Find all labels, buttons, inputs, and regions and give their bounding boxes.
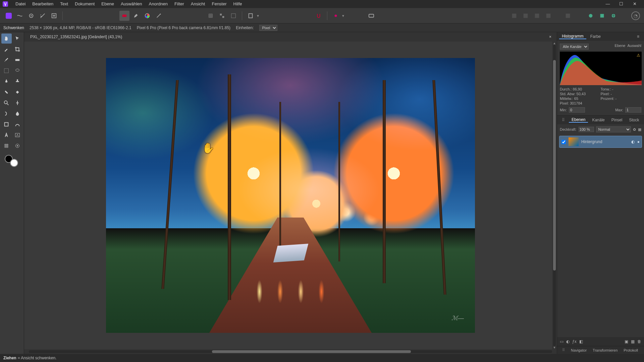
persona-photo-icon[interactable] bbox=[4, 11, 13, 20]
units-select[interactable]: Pixel bbox=[259, 25, 277, 31]
move-tool[interactable] bbox=[12, 34, 23, 44]
fx-icon[interactable]: ƒx bbox=[572, 339, 577, 344]
tab-kanaele[interactable]: Kanäle bbox=[589, 118, 607, 122]
target-tool[interactable] bbox=[12, 141, 23, 151]
canvas-viewport[interactable]: ℳ— ✋ bbox=[24, 42, 557, 349]
delete-layer-icon[interactable]: 🗑 bbox=[637, 339, 641, 344]
sync-icon[interactable] bbox=[586, 11, 596, 21]
maximize-button[interactable]: ☐ bbox=[614, 0, 628, 8]
tab-stock[interactable]: Stock bbox=[626, 118, 642, 122]
grid-icon[interactable] bbox=[206, 11, 216, 21]
min-input[interactable] bbox=[569, 107, 585, 113]
adjust-icon[interactable]: ◐ bbox=[566, 339, 570, 344]
menu-fenster[interactable]: Fenster bbox=[208, 0, 230, 8]
persona-liquify-icon[interactable] bbox=[15, 11, 25, 21]
panel-drag-icon-2[interactable]: ⠿ bbox=[560, 348, 567, 352]
menu-text[interactable]: Text bbox=[57, 0, 71, 8]
channel-select[interactable]: Alle Kanäle bbox=[560, 44, 589, 50]
menu-filter[interactable]: Filter bbox=[171, 0, 187, 8]
tab-farbe[interactable]: Farbe bbox=[588, 34, 603, 39]
brush-tool[interactable] bbox=[1, 55, 12, 65]
shape-tool[interactable] bbox=[1, 119, 12, 129]
burn-tool[interactable] bbox=[12, 98, 23, 108]
edit-icon[interactable] bbox=[131, 11, 141, 21]
vector-tool[interactable] bbox=[12, 119, 23, 129]
group-icon[interactable]: ▣ bbox=[625, 339, 628, 344]
menu-anordnen[interactable]: Anordnen bbox=[146, 0, 171, 8]
clip-icon[interactable]: ◧ bbox=[579, 339, 583, 344]
tab-protokoll[interactable]: Protokoll bbox=[621, 348, 640, 352]
crop-tool[interactable] bbox=[12, 44, 23, 54]
frame-text-tool[interactable] bbox=[12, 130, 23, 140]
tab-close-button[interactable]: × bbox=[546, 35, 554, 39]
chevron-down-icon-2[interactable]: ▾ bbox=[342, 13, 344, 18]
account-icon[interactable]: ◔ bbox=[631, 11, 640, 20]
menu-ebene[interactable]: Ebene bbox=[98, 0, 117, 8]
layer-visible-checkbox[interactable] bbox=[561, 140, 566, 144]
layer-lock-small-icon[interactable]: ● bbox=[637, 139, 640, 144]
toggle-auswahl[interactable]: Auswahl bbox=[627, 44, 641, 48]
color-swatch[interactable] bbox=[1, 154, 22, 167]
color-picker-tool[interactable] bbox=[1, 44, 12, 54]
blur-tool[interactable] bbox=[12, 109, 23, 119]
mesh-tool[interactable] bbox=[1, 141, 12, 151]
close-window-button[interactable]: ✕ bbox=[628, 0, 641, 8]
menu-bearbeiten[interactable]: Bearbeiten bbox=[29, 0, 57, 8]
opacity-input[interactable] bbox=[579, 127, 594, 132]
tab-navigator[interactable]: Navigator bbox=[569, 348, 589, 352]
fill-tool[interactable] bbox=[12, 87, 23, 97]
persona-export-icon[interactable] bbox=[49, 11, 59, 21]
text-tool[interactable] bbox=[1, 130, 12, 140]
settings-icon[interactable]: ✿ bbox=[633, 127, 636, 132]
tab-transformieren[interactable]: Transformieren bbox=[590, 348, 620, 352]
max-input[interactable] bbox=[625, 107, 641, 113]
hand-tool[interactable] bbox=[1, 34, 12, 44]
grid2-icon[interactable] bbox=[217, 11, 227, 21]
bottom-menu-icon[interactable]: ≡ bbox=[642, 348, 644, 352]
layer-name[interactable]: Hintergrund bbox=[581, 139, 602, 144]
preview-icon[interactable] bbox=[366, 11, 376, 21]
menu-auswaehlen[interactable]: Auswählen bbox=[117, 0, 146, 8]
layer-row[interactable]: Hintergrund ◐ ● bbox=[559, 136, 642, 148]
minimize-button[interactable]: — bbox=[601, 0, 614, 8]
cloud-icon[interactable] bbox=[597, 11, 607, 21]
menu-hilfe[interactable]: Hilfe bbox=[230, 0, 246, 8]
chevron-down-icon[interactable]: ▾ bbox=[257, 13, 259, 18]
heal-tool[interactable] bbox=[1, 87, 12, 97]
lock-icon[interactable]: ▦ bbox=[638, 127, 641, 132]
menu-ansicht[interactable]: Ansicht bbox=[187, 0, 209, 8]
share-icon[interactable] bbox=[608, 11, 619, 21]
snap-icon[interactable] bbox=[314, 11, 324, 21]
image-canvas[interactable]: ℳ— bbox=[106, 58, 475, 333]
persona-tone-icon[interactable] bbox=[38, 11, 48, 21]
tab-ebenen[interactable]: Ebenen bbox=[569, 117, 588, 123]
align-icon[interactable] bbox=[331, 11, 341, 21]
panel-menu-icon[interactable]: ≡ bbox=[634, 34, 642, 39]
add-layer-icon[interactable]: ▦ bbox=[631, 339, 635, 344]
blend-select[interactable]: Normal bbox=[596, 126, 631, 132]
mask-icon[interactable]: ▭ bbox=[560, 339, 564, 344]
menu-dokument[interactable]: Dokument bbox=[71, 0, 98, 8]
tab-histogramm[interactable]: Histogramm bbox=[559, 34, 586, 39]
layer-link-icon[interactable]: ◐ bbox=[631, 139, 635, 144]
gradient-tool[interactable] bbox=[12, 55, 23, 65]
persona-develop-icon[interactable] bbox=[26, 11, 36, 21]
tab-pinsel[interactable]: Pinsel bbox=[609, 118, 625, 122]
horizontal-scrollbar[interactable] bbox=[24, 349, 557, 354]
marquee-tool[interactable] bbox=[1, 66, 12, 76]
auto-select-red-icon[interactable] bbox=[119, 11, 129, 21]
magic-icon[interactable] bbox=[154, 11, 164, 21]
panel-drag-icon[interactable]: ⠿ bbox=[559, 118, 568, 122]
color-wheel-icon[interactable] bbox=[142, 11, 152, 21]
pen-tool[interactable] bbox=[1, 76, 12, 86]
vertical-scrollbar[interactable]: ▲▼ bbox=[552, 42, 557, 349]
document-tab[interactable]: PXL_20230127_135623241.jpg [Geändert] (4… bbox=[27, 32, 125, 42]
smudge-tool[interactable] bbox=[1, 109, 12, 119]
zoom-tool[interactable] bbox=[1, 98, 12, 108]
toggle-ebene[interactable]: Ebene bbox=[615, 44, 626, 48]
lasso-tool[interactable] bbox=[12, 66, 23, 76]
menu-datei[interactable]: Datei bbox=[12, 0, 29, 8]
grid3-icon[interactable] bbox=[228, 11, 238, 21]
stamp-tool[interactable] bbox=[12, 76, 23, 86]
doc-options-icon[interactable] bbox=[246, 11, 256, 21]
